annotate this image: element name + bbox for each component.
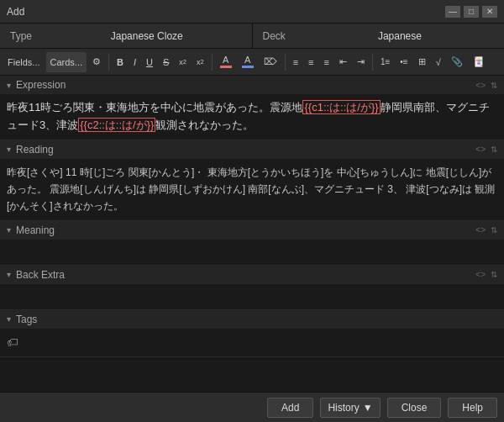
back-extra-label: Back Extra [16, 269, 475, 281]
bottom-bar: Add History ▼ Close Help [0, 392, 504, 422]
tags-content[interactable]: 🏷 [0, 329, 504, 356]
indent-decrease-button[interactable]: ⇤ [335, 52, 351, 72]
align-left-icon: ≡ [293, 57, 298, 67]
attach-icon: 📎 [451, 56, 463, 67]
window-title: Add [7, 6, 24, 18]
tag-icon: 🏷 [7, 335, 18, 349]
close-button[interactable]: Close [387, 398, 442, 418]
deck-value[interactable]: Japanese [296, 30, 504, 42]
superscript-button[interactable]: x2 [175, 52, 191, 72]
fields-container: ▾ Expression <> ⇅ 昨夜11時ごろ関東・東海地方を中心に地震があ… [0, 76, 504, 392]
align-center-button[interactable]: ≡ [304, 52, 318, 72]
add-button[interactable]: Add [267, 398, 313, 418]
back-extra-arrow: ▾ [7, 270, 11, 279]
toolbar-sep-3 [285, 54, 286, 71]
table-icon: ⊞ [418, 56, 426, 67]
tags-arrow: ▾ [7, 314, 11, 324]
window-controls[interactable]: — □ ✕ [445, 6, 497, 18]
ordered-list-button[interactable]: 1≡ [376, 52, 394, 72]
back-extra-header[interactable]: ▾ Back Extra <> ⇅ [0, 266, 504, 284]
card-template-button[interactable]: 🃏 [469, 52, 489, 72]
underline-button[interactable]: U [142, 52, 157, 72]
tags-field: ▾ Tags 🏷 [0, 310, 504, 357]
indent-increase-button[interactable]: ⇥ [353, 52, 369, 72]
expression-label: Expression [16, 79, 475, 91]
toolbar-sep-2 [212, 54, 213, 71]
back-extra-icons: <> ⇅ [475, 270, 497, 279]
indent-decrease-icon: ⇤ [339, 56, 347, 67]
card-icon: 🃏 [473, 56, 485, 67]
type-label: Type [0, 30, 42, 42]
deck-section: Deck Japanese [253, 24, 505, 48]
align-center-icon: ≡ [308, 57, 313, 67]
expression-header[interactable]: ▾ Expression <> ⇅ [0, 76, 504, 94]
reading-pin-icon[interactable]: ⇅ [491, 145, 497, 154]
back-extra-pin-icon[interactable]: ⇅ [491, 270, 497, 279]
history-button[interactable]: History ▼ [320, 398, 380, 418]
meaning-label: Meaning [16, 224, 475, 236]
meaning-header[interactable]: ▾ Meaning <> ⇅ [0, 221, 504, 240]
reading-field: ▾ Reading <> ⇅ 昨夜[さくや] 11 時[じ]ごろ 関東[かんとう… [0, 140, 504, 221]
reading-label: Reading [16, 144, 475, 156]
reading-code-icon[interactable]: <> [475, 145, 486, 154]
highlight-color-button[interactable]: A [238, 52, 258, 72]
align-right-button[interactable]: ≡ [320, 52, 333, 72]
expression-content[interactable]: 昨夜11時ごろ関東・東海地方を中心に地震があった。震源地{{c1::は::は/が… [0, 94, 504, 140]
reading-content[interactable]: 昨夜[さくや] 11 時[じ]ごろ 関東[かんとう]・ 東海地方[とうかいちほう… [0, 159, 504, 220]
back-extra-code-icon[interactable]: <> [475, 270, 486, 279]
reading-icons: <> ⇅ [475, 145, 497, 154]
expression-code-icon[interactable]: <> [475, 81, 486, 90]
expression-arrow: ▾ [7, 81, 11, 90]
bold-button[interactable]: B [113, 52, 128, 72]
close-button[interactable]: ✕ [482, 6, 497, 18]
subscript-button[interactable]: x2 [192, 52, 208, 72]
meaning-code-icon[interactable]: <> [475, 225, 486, 235]
tags-header[interactable]: ▾ Tags [0, 310, 504, 329]
titlebar: Add — □ ✕ [0, 0, 504, 24]
unordered-list-icon: •≡ [400, 57, 407, 66]
top-bar: Type Japanese Cloze Deck Japanese [0, 24, 504, 49]
cards-button[interactable]: Cards... [46, 52, 87, 72]
font-color-icon: A [220, 55, 232, 68]
meaning-icons: <> ⇅ [475, 225, 497, 235]
meaning-arrow: ▾ [7, 225, 11, 235]
fields-button[interactable]: Fields... [3, 52, 45, 72]
help-button[interactable]: Help [448, 398, 497, 418]
eraser-button[interactable]: ⌦ [260, 52, 281, 72]
deck-label: Deck [253, 30, 296, 42]
history-dropdown-icon[interactable]: ▼ [363, 402, 373, 414]
align-right-icon: ≡ [324, 57, 329, 67]
meaning-field: ▾ Meaning <> ⇅ [0, 221, 504, 266]
unordered-list-button[interactable]: •≡ [396, 52, 412, 72]
ordered-list-icon: 1≡ [381, 57, 390, 66]
back-extra-content[interactable] [0, 284, 504, 309]
history-label: History [328, 402, 359, 414]
attach-button[interactable]: 📎 [447, 52, 467, 72]
formatting-toolbar: Fields... Cards... ⚙ B I U S x2 x2 A A ⌦… [0, 49, 504, 76]
font-color-button[interactable]: A [216, 52, 236, 72]
expression-icons: <> ⇅ [475, 81, 497, 90]
type-section: Type Japanese Cloze [0, 24, 252, 48]
meaning-content[interactable] [0, 240, 504, 265]
cloze-2: {{c2::は::は/が}} [78, 118, 155, 132]
align-left-button[interactable]: ≡ [289, 52, 302, 72]
maximize-button[interactable]: □ [464, 6, 479, 18]
type-value[interactable]: Japanese Cloze [42, 30, 251, 42]
gear-icon: ⚙ [92, 56, 101, 67]
math-icon: √ [436, 57, 441, 67]
italic-button[interactable]: I [129, 52, 140, 72]
table-button[interactable]: ⊞ [414, 52, 430, 72]
strikethrough-button[interactable]: S [159, 52, 173, 72]
gear-button[interactable]: ⚙ [88, 52, 105, 72]
reading-header[interactable]: ▾ Reading <> ⇅ [0, 140, 504, 159]
expression-field: ▾ Expression <> ⇅ 昨夜11時ごろ関東・東海地方を中心に地震があ… [0, 76, 504, 140]
reading-arrow: ▾ [7, 145, 11, 154]
minimize-button[interactable]: — [445, 6, 460, 18]
cloze-1: {{c1::は::は/が}} [302, 100, 380, 114]
expression-pin-icon[interactable]: ⇅ [491, 81, 497, 90]
math-button[interactable]: √ [432, 52, 445, 72]
meaning-pin-icon[interactable]: ⇅ [491, 225, 497, 235]
toolbar-sep-4 [372, 54, 373, 71]
tags-label: Tags [16, 314, 497, 325]
toolbar-sep-1 [108, 54, 109, 71]
